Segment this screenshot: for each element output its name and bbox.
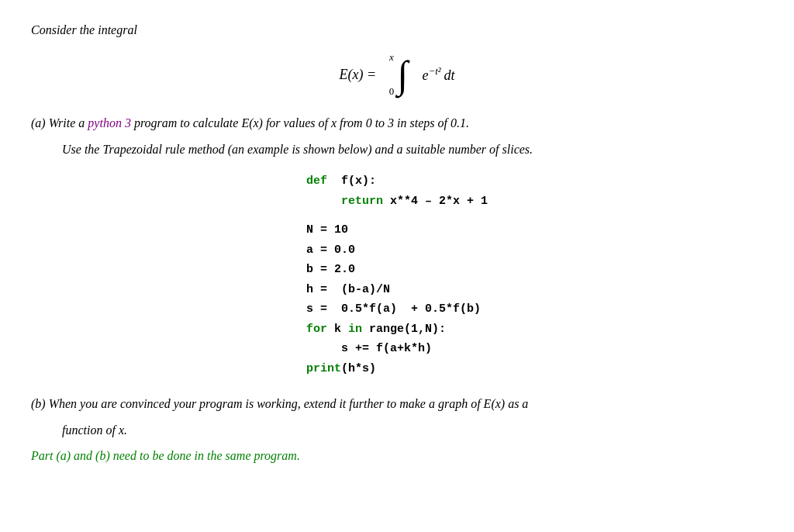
upper-limit: x 0: [389, 51, 395, 98]
integral-equation: E(x) = x 0 ∫ e−t² dt: [31, 51, 763, 98]
part-b: (b) When you are convinced your program …: [31, 394, 763, 440]
code-line-7: s = 0.5*f(a) + 0.5*f(b): [306, 299, 488, 320]
part-b-prefix: (b) When you are convinced your program …: [31, 397, 484, 410]
part-b-ex: E: [484, 397, 492, 410]
part-a-prefix: (a) Write a: [31, 116, 88, 130]
intro-label: Consider the integral: [31, 23, 137, 36]
code-line-6: h = (b-a)/N: [306, 280, 488, 300]
integral-symbol: ∫: [397, 58, 408, 92]
part-a-mid: program to calculate: [131, 116, 242, 130]
code-line-9: s += f(a+k*h): [306, 339, 488, 359]
code-line-2: return x**4 – 2*x + 1: [306, 192, 488, 212]
sub-text: Use the Trapezoidal rule method (an exam…: [62, 140, 763, 160]
code-blank: [306, 211, 488, 220]
code-line-3: N = 10: [306, 220, 488, 240]
code-line-8: for k in range(1,N):: [306, 320, 488, 340]
part-b-line2: function of x.: [62, 420, 763, 440]
python-keyword: python 3: [88, 116, 131, 130]
ex-var: E: [241, 116, 249, 130]
intro-text: Consider the integral: [31, 23, 763, 37]
part-a-text: (a) Write a python 3 program to calculat…: [31, 113, 763, 133]
part-a-mid2: for values of: [263, 116, 331, 130]
code-block: def f(x): return x**4 – 2*x + 1 N = 10 a…: [306, 171, 488, 378]
part-b-text: (b) When you are convinced your program …: [31, 394, 763, 414]
code-line-1: def f(x):: [306, 171, 488, 192]
green-note: Part (a) and (b) need to be done in the …: [31, 449, 763, 463]
code-line-5: b = 2.0: [306, 260, 488, 280]
integrand: e−t² dt: [422, 65, 454, 84]
code-line-10: print(h*s): [306, 359, 488, 379]
eq-lhs: E(x) =: [340, 67, 377, 83]
part-b-end: as a: [505, 397, 528, 410]
part-a-mid3: from 0 to 3 in steps of 0.1.: [337, 116, 469, 130]
code-line-4: a = 0.0: [306, 240, 488, 261]
page-content: Consider the integral E(x) = x 0 ∫ e−t² …: [31, 23, 763, 463]
